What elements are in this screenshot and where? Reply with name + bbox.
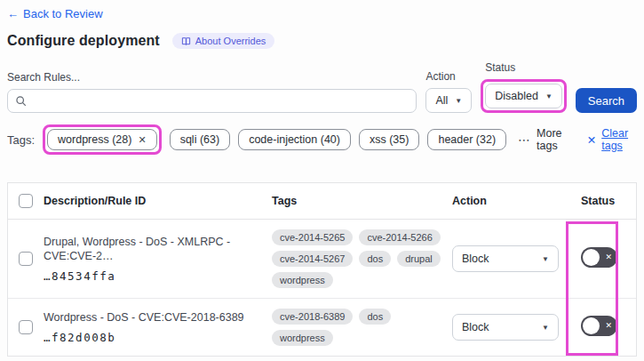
more-tags-label: More tags xyxy=(537,127,570,152)
table-header-row: Description/Rule ID Tags Action Status xyxy=(8,183,636,220)
tag-chip-header[interactable]: header (32) xyxy=(427,129,506,150)
search-rules-box xyxy=(7,89,417,113)
action-filter-value: All xyxy=(435,94,448,107)
tag-pill: cve-2014-5266 xyxy=(359,229,440,245)
action-filter-label: Action xyxy=(425,70,472,83)
remove-tag-icon[interactable]: ✕ xyxy=(138,134,146,146)
row-checkbox[interactable] xyxy=(19,320,33,334)
clear-x-icon: ✕ xyxy=(587,133,596,147)
toggle-knob xyxy=(583,249,600,266)
tag-pill: drupal xyxy=(397,251,441,267)
table-row: Wordpress - DoS - CVE:CVE-2018-6389 …f82… xyxy=(8,299,636,356)
action-dropdown[interactable]: Block ▼ xyxy=(452,314,559,341)
tag-pill: cve-2014-5267 xyxy=(272,251,353,267)
search-button[interactable]: Search xyxy=(576,88,637,113)
about-badge-label: About Overrides xyxy=(195,36,266,46)
page-title: Configure deployment xyxy=(7,33,160,49)
tag-pill: cve-2014-5265 xyxy=(272,229,353,245)
search-icon xyxy=(15,95,27,107)
header-description: Description/Rule ID xyxy=(44,195,272,207)
status-toggle[interactable]: ✕ xyxy=(581,247,617,268)
more-tags-button[interactable]: ⋯ More tags xyxy=(518,127,570,152)
book-icon xyxy=(181,36,191,46)
tag-chip-label: sqli (63) xyxy=(180,133,219,146)
configure-deployment-page: ← Back to Review Configure deployment Ab… xyxy=(0,0,644,361)
tag-pill: cve-2018-6389 xyxy=(272,309,353,325)
table-row: Drupal, Wordpress - DoS - XMLRPC - CVE:C… xyxy=(8,220,636,299)
row-checkbox[interactable] xyxy=(19,252,33,266)
action-value: Block xyxy=(462,321,489,333)
about-overrides-badge[interactable]: About Overrides xyxy=(172,33,274,49)
tag-pill: dos xyxy=(359,251,391,267)
tag-chip-label: xss (35) xyxy=(370,133,409,146)
wordpress-chip-highlight-annotation: wordpress (28) ✕ xyxy=(43,124,162,155)
tag-chip-xss[interactable]: xss (35) xyxy=(359,129,419,150)
header-status: Status xyxy=(574,195,636,207)
select-all-checkbox[interactable] xyxy=(19,194,33,208)
tag-chip-label: wordpress (28) xyxy=(58,133,131,146)
ellipsis-icon: ⋯ xyxy=(518,132,531,147)
action-filter-dropdown[interactable]: All ▼ xyxy=(425,88,472,113)
toggle-off-icon: ✕ xyxy=(605,322,612,330)
rule-tags: cve-2014-5265 cve-2014-5266 cve-2014-526… xyxy=(272,229,452,288)
clear-tags-link[interactable]: ✕ Clear tags xyxy=(587,127,637,152)
clear-tags-label: Clear tags xyxy=(601,127,637,152)
tag-chip-code-injection[interactable]: code-injection (40) xyxy=(238,129,351,150)
chevron-down-icon: ▼ xyxy=(545,92,553,100)
tag-pill: dos xyxy=(359,309,391,325)
tag-pill: wordpress xyxy=(272,272,333,288)
chevron-down-icon: ▼ xyxy=(542,255,549,263)
action-value: Block xyxy=(462,253,489,265)
toggle-knob xyxy=(583,317,600,334)
tag-chip-label: header (32) xyxy=(438,133,496,146)
tag-pill: wordpress xyxy=(272,330,333,346)
rule-id: …f82d008b xyxy=(44,331,263,344)
status-toggle[interactable]: ✕ xyxy=(581,316,617,336)
tag-chip-label: code-injection (40) xyxy=(249,133,340,146)
rule-description: Drupal, Wordpress - DoS - XMLRPC - CVE:C… xyxy=(44,235,263,264)
tag-chip-wordpress[interactable]: wordpress (28) ✕ xyxy=(47,129,157,150)
back-link-label: Back to Review xyxy=(23,7,103,20)
chevron-down-icon: ▼ xyxy=(542,324,549,332)
tag-chip-sqli[interactable]: sqli (63) xyxy=(170,129,230,150)
status-filter-label: Status xyxy=(485,61,567,74)
rule-tags: cve-2018-6389 dos wordpress xyxy=(272,309,452,346)
header-tags: Tags xyxy=(272,195,452,207)
back-to-review-link[interactable]: ← Back to Review xyxy=(7,7,103,20)
rule-description: Wordpress - DoS - CVE:CVE-2018-6389 xyxy=(44,310,263,325)
rules-table: Description/Rule ID Tags Action Status D… xyxy=(7,182,637,357)
rule-id: …84534ffa xyxy=(44,269,263,283)
status-filter-dropdown[interactable]: Disabled ▼ xyxy=(485,84,562,108)
status-filter-group: Status Disabled ▼ xyxy=(481,61,567,113)
search-rules-input[interactable] xyxy=(32,95,409,108)
action-filter-group: Action All ▼ xyxy=(425,70,472,113)
chevron-down-icon: ▼ xyxy=(455,97,462,105)
status-filter-highlight-annotation: Disabled ▼ xyxy=(481,79,567,113)
header-action: Action xyxy=(452,195,574,207)
status-filter-value: Disabled xyxy=(495,90,538,102)
tags-label: Tags: xyxy=(7,133,35,147)
search-rules-label: Search Rules... xyxy=(7,71,417,84)
back-arrow-icon: ← xyxy=(7,7,19,20)
toggle-off-icon: ✕ xyxy=(605,253,612,261)
action-dropdown[interactable]: Block ▼ xyxy=(452,245,559,272)
